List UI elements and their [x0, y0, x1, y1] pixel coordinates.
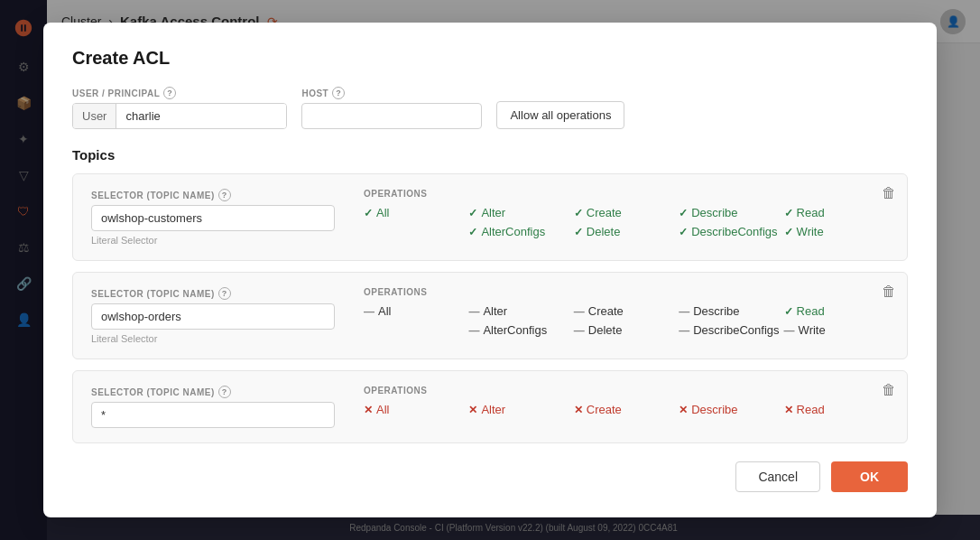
op-icon-1-9: — [784, 324, 795, 337]
op-name-0-2: Create [587, 206, 622, 219]
op-icon-0-2: ✓ [574, 207, 583, 219]
topic-delete-button-2[interactable]: 🗑 [882, 382, 896, 398]
op-name-1-9: Write [799, 323, 826, 337]
op-item-2-3: ✕Describe [679, 403, 783, 416]
op-item-0-8: ✓DescribeConfigs [679, 225, 783, 238]
topic-selector-label-1: SELECTOR (TOPIC NAME) ? [91, 287, 335, 300]
topic-selector-hint-0: Literal Selector [91, 235, 335, 246]
op-icon-1-4: ✓ [784, 305, 793, 318]
op-item-0-6: ✓AlterConfigs [468, 225, 573, 238]
op-name-1-0: All [378, 304, 391, 318]
op-name-1-8: DescribeConfigs [693, 323, 779, 337]
op-name-2-4: Read [797, 403, 825, 416]
topic-ops-label-2: OPERATIONS [364, 386, 889, 396]
op-icon-1-8: — [679, 324, 689, 337]
topic-card: 🗑SELECTOR (TOPIC NAME) ?Literal Selector… [72, 272, 908, 359]
host-input[interactable] [301, 103, 482, 129]
form-row: USER / PRINCIPAL ? User HOST ? Allow all… [72, 87, 908, 129]
topic-ops-grid-1: —All—Alter—Create—Describe✓Read—AlterCon… [364, 304, 889, 337]
op-item-1-8: —DescribeConfigs [679, 323, 783, 337]
topic-card-inner: SELECTOR (TOPIC NAME) ?Literal SelectorO… [91, 189, 889, 246]
topic-card-inner: SELECTOR (TOPIC NAME) ?Literal SelectorO… [91, 287, 889, 344]
topic-card: 🗑SELECTOR (TOPIC NAME) ?OPERATIONS✕All✕A… [72, 370, 908, 443]
op-name-1-6: AlterConfigs [483, 323, 547, 337]
op-item-0-1: ✓Alter [468, 206, 573, 219]
topic-selector-hint-1: Literal Selector [91, 333, 335, 344]
op-name-0-9: Write [797, 225, 824, 238]
op-icon-1-0: — [364, 305, 374, 318]
op-item-0-9: ✓Write [784, 225, 889, 238]
op-item-2-1: ✕Alter [468, 403, 573, 416]
topic-selector-input-1[interactable] [91, 303, 335, 330]
selector-help-icon-2[interactable]: ? [218, 386, 231, 398]
op-name-2-0: All [376, 403, 389, 416]
selector-help-icon-1[interactable]: ? [218, 287, 231, 300]
op-item-1-7: —Delete [574, 323, 679, 337]
op-icon-2-2: ✕ [574, 404, 583, 416]
topic-ops-grid-0: ✓All✓Alter✓Create✓Describe✓Read✓AlterCon… [364, 206, 889, 238]
topic-selector-label-2: SELECTOR (TOPIC NAME) ? [91, 386, 335, 398]
op-icon-0-6: ✓ [468, 226, 477, 238]
op-icon-1-6: — [468, 324, 479, 337]
op-name-1-3: Describe [693, 304, 739, 318]
op-item-1-6: —AlterConfigs [468, 323, 573, 337]
op-name-2-2: Create [587, 403, 622, 416]
host-field: HOST ? [301, 87, 482, 129]
user-principal-field: USER / PRINCIPAL ? User [72, 87, 287, 129]
user-principal-label: USER / PRINCIPAL ? [72, 87, 287, 99]
modal-title: Create ACL [72, 48, 908, 69]
op-icon-0-0: ✓ [364, 207, 373, 219]
topic-selector-input-2[interactable] [91, 402, 335, 428]
topic-ops-section-2: OPERATIONS✕All✕Alter✕Create✕Describe✕Rea… [364, 386, 889, 422]
op-item-2-0: ✕All [364, 403, 468, 416]
topic-delete-button-1[interactable]: 🗑 [882, 284, 896, 300]
op-item-1-0: —All [364, 304, 468, 318]
op-item-0-2: ✓Create [574, 206, 679, 219]
op-icon-0-8: ✓ [679, 226, 688, 238]
op-name-0-6: AlterConfigs [481, 225, 545, 238]
topic-selector-field-2: SELECTOR (TOPIC NAME) ? [91, 386, 335, 428]
topic-ops-grid-2: ✕All✕Alter✕Create✕Describe✕Read [364, 403, 889, 422]
user-principal-help-icon[interactable]: ? [163, 87, 176, 99]
op-icon-0-9: ✓ [784, 226, 793, 238]
op-icon-2-3: ✕ [679, 404, 688, 416]
host-label: HOST ? [301, 87, 482, 99]
topic-selector-field-1: SELECTOR (TOPIC NAME) ?Literal Selector [91, 287, 335, 344]
op-icon-1-2: — [574, 305, 585, 318]
cancel-button[interactable]: Cancel [735, 461, 820, 492]
op-icon-0-1: ✓ [468, 207, 477, 219]
op-item-1-9: —Write [784, 323, 889, 337]
ok-button[interactable]: OK [831, 461, 908, 492]
topic-ops-section-0: OPERATIONS✓All✓Alter✓Create✓Describe✓Rea… [364, 189, 889, 238]
user-principal-input[interactable] [116, 104, 286, 128]
op-name-1-4: Read [797, 304, 825, 318]
topics-section-title: Topics [72, 147, 908, 163]
op-name-0-0: All [376, 206, 389, 219]
op-name-0-8: DescribeConfigs [691, 225, 777, 238]
topic-selector-field-0: SELECTOR (TOPIC NAME) ?Literal Selector [91, 189, 335, 246]
modal-overlay: Create ACL USER / PRINCIPAL ? User HOST … [0, 0, 980, 540]
topic-ops-section-1: OPERATIONS—All—Alter—Create—Describe✓Rea… [364, 287, 889, 337]
user-principal-input-group: User [72, 103, 287, 129]
topic-selector-label-0: SELECTOR (TOPIC NAME) ? [91, 189, 335, 201]
op-item-1-2: —Create [574, 304, 679, 318]
selector-help-icon-0[interactable]: ? [218, 189, 231, 201]
op-icon-0-7: ✓ [574, 226, 583, 238]
op-name-0-3: Describe [691, 206, 737, 219]
topic-ops-label-1: OPERATIONS [364, 287, 889, 297]
op-icon-1-1: — [468, 305, 479, 318]
op-name-2-3: Describe [691, 403, 737, 416]
allow-all-operations-button[interactable]: Allow all operations [496, 101, 624, 129]
topic-delete-button-0[interactable]: 🗑 [882, 185, 896, 201]
topic-card: 🗑SELECTOR (TOPIC NAME) ?Literal Selector… [72, 173, 908, 261]
topic-selector-input-0[interactable] [91, 205, 335, 231]
op-name-2-1: Alter [481, 403, 505, 416]
op-name-0-7: Delete [587, 225, 621, 238]
host-help-icon[interactable]: ? [332, 87, 345, 99]
op-icon-0-3: ✓ [679, 207, 688, 219]
topic-card-inner: SELECTOR (TOPIC NAME) ?OPERATIONS✕All✕Al… [91, 386, 889, 428]
op-icon-2-0: ✕ [364, 404, 373, 416]
op-icon-2-1: ✕ [468, 404, 477, 416]
op-name-1-2: Create [588, 304, 624, 318]
op-icon-2-4: ✕ [784, 404, 793, 416]
